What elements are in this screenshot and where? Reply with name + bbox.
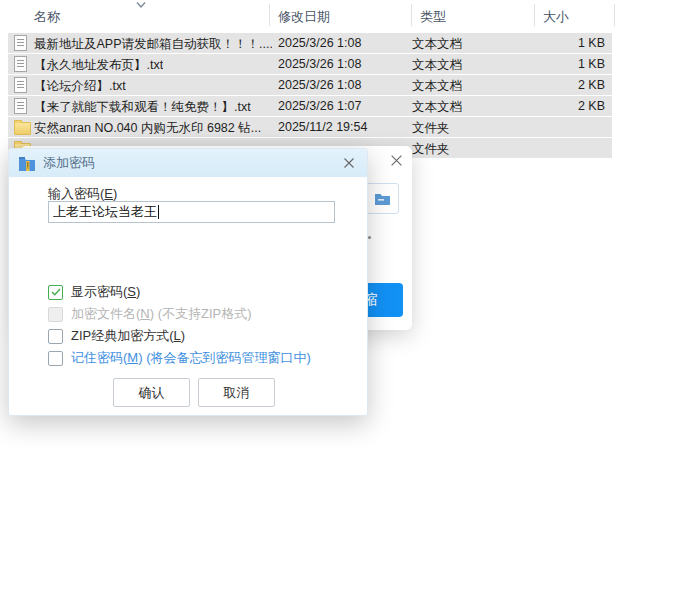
column-header-type[interactable]: 类型	[420, 8, 446, 26]
truncated-text-dot	[368, 236, 371, 239]
checkbox-label: 显示密码(S)	[71, 283, 140, 301]
file-row[interactable]: 【永久地址发布页】.txt 2025/3/26 1:08 文本文档 1 KB	[8, 54, 612, 74]
checkbox-checked-icon	[48, 285, 63, 300]
zip-archive-icon	[18, 156, 36, 171]
dialog-title: 添加密码	[43, 154, 95, 172]
password-input[interactable]: 上老王论坛当老王	[48, 201, 335, 223]
column-divider[interactable]	[269, 4, 270, 26]
file-type: 文件夹	[412, 120, 450, 137]
column-header-name[interactable]: 名称	[34, 8, 60, 26]
file-size: 1 KB	[578, 36, 605, 50]
file-row[interactable]: 【论坛介绍】.txt 2025/3/26 1:08 文本文档 2 KB	[8, 75, 612, 95]
file-row[interactable]: 【来了就能下载和观看！纯免费！】.txt 2025/3/26 1:07 文本文档…	[8, 96, 612, 116]
close-icon[interactable]	[340, 154, 358, 172]
checkbox-disabled-icon	[48, 307, 63, 322]
sort-chevron-down-icon	[135, 1, 147, 9]
file-name: 【论坛介绍】.txt	[34, 78, 126, 95]
checkbox-zip-classic-encryption[interactable]: ZIP经典加密方式(L)	[48, 328, 185, 344]
text-file-icon	[14, 98, 27, 114]
text-file-icon	[14, 35, 27, 51]
cancel-button[interactable]: 取消	[198, 378, 275, 407]
checkbox-unchecked-icon	[48, 329, 63, 344]
text-caret	[158, 205, 159, 219]
file-name: 安然anran NO.040 内购无水印 6982 钻...	[34, 120, 261, 137]
text-file-icon	[14, 56, 27, 72]
column-header-date[interactable]: 修改日期	[278, 8, 330, 26]
checkbox-encrypt-filenames: 加密文件名(N) (不支持ZIP格式)	[48, 306, 252, 322]
file-type: 文本文档	[412, 99, 462, 116]
column-divider[interactable]	[534, 4, 535, 26]
file-row[interactable]: 安然anran NO.040 内购无水印 6982 钻... 2025/11/2…	[8, 117, 612, 137]
file-name: 【永久地址发布页】.txt	[34, 57, 163, 74]
file-type: 文本文档	[412, 57, 462, 74]
checkbox-show-password[interactable]: 显示密码(S)	[48, 284, 140, 300]
checkbox-label: ZIP经典加密方式(L)	[71, 327, 185, 345]
file-type: 文本文档	[412, 36, 462, 53]
explorer-window: 名称 修改日期 类型 大小 最新地址及APP请发邮箱自动获取！！！.... 20…	[0, 0, 688, 613]
file-name: 最新地址及APP请发邮箱自动获取！！！....	[34, 36, 272, 53]
file-size: 1 KB	[578, 57, 605, 71]
file-date: 2025/11/2 19:54	[278, 120, 367, 134]
checkbox-label: 加密文件名(N) (不支持ZIP格式)	[71, 305, 252, 323]
close-icon[interactable]	[387, 151, 405, 169]
file-date: 2025/3/26 1:08	[278, 36, 361, 50]
file-name: 【来了就能下载和观看！纯免费！】.txt	[34, 99, 251, 116]
checkbox-label: 记住密码(M) (将会备忘到密码管理窗口中)	[71, 349, 311, 367]
confirm-button[interactable]: 确认	[113, 378, 190, 407]
file-date: 2025/3/26 1:08	[278, 78, 361, 92]
browse-folder-button[interactable]	[366, 183, 399, 214]
column-divider[interactable]	[411, 4, 412, 26]
file-type: 文件夹	[412, 141, 450, 158]
file-row[interactable]: 最新地址及APP请发邮箱自动获取！！！.... 2025/3/26 1:08 文…	[8, 33, 612, 53]
text-file-icon	[14, 77, 27, 93]
folder-icon	[14, 122, 31, 135]
file-size: 2 KB	[578, 99, 605, 113]
dialog-titlebar[interactable]: 添加密码	[9, 149, 367, 177]
folder-browse-icon	[374, 192, 391, 206]
password-value: 上老王论坛当老王	[53, 203, 157, 221]
file-date: 2025/3/26 1:07	[278, 99, 361, 113]
checkbox-remember-password[interactable]: 记住密码(M) (将会备忘到密码管理窗口中)	[48, 350, 311, 366]
file-size: 2 KB	[578, 78, 605, 92]
checkbox-unchecked-icon	[48, 351, 63, 366]
file-type: 文本文档	[412, 78, 462, 95]
file-date: 2025/3/26 1:08	[278, 57, 361, 71]
column-header-size[interactable]: 大小	[543, 8, 569, 26]
column-divider[interactable]	[614, 4, 615, 26]
add-password-dialog: 添加密码 输入密码(E) 上老王论坛当老王 显示密码(S) 加密文件名(N) (…	[8, 148, 368, 416]
